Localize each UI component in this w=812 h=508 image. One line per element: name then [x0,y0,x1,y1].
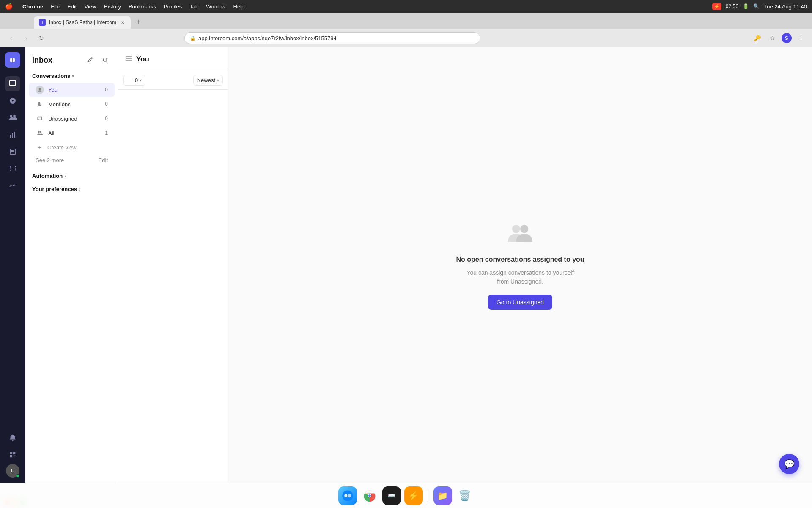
empty-state-people-icon [507,220,534,247]
menu-chrome[interactable]: Chrome [22,3,43,10]
go-to-unassigned-btn[interactable]: Go to Unassigned [488,295,552,310]
edit-text[interactable]: Edit [99,157,108,163]
intercom-chat-bubble[interactable]: 💬 [779,454,799,474]
see-more-text[interactable]: See 2 more [36,157,64,163]
svg-point-16 [344,494,347,497]
svg-rect-7 [14,132,15,138]
svg-rect-10 [10,455,12,457]
search-menubar-icon[interactable]: 🔍 [753,3,760,9]
nav-knowledge-icon[interactable] [5,144,20,159]
address-bar[interactable]: 🔒 app.intercom.com/a/apps/nqe7r2fw/inbox… [184,32,480,44]
nav-reports-icon[interactable] [5,127,20,142]
nav-analytics-icon[interactable] [5,178,20,193]
browser-addressbar: ‹ › ↻ 🔒 app.intercom.com/a/apps/nqe7r2fw… [0,29,812,47]
sidebar-item-you-count: 0 [105,87,108,93]
browser-tab-active[interactable]: I Inbox | SaaS Paths | Intercom ✕ [34,16,131,29]
user-avatar-nav[interactable]: U [6,464,19,478]
conv-filter-btn[interactable]: 0 ▾ [123,75,145,86]
dock-bolt[interactable]: ⚡ [404,486,423,505]
sidebar-item-mentions[interactable]: Mentions 0 [29,97,115,111]
filter-count: 0 [135,77,138,83]
battery-bolt-icon: ⚡ [712,3,721,10]
extensions-icon[interactable]: ⋮ [795,32,807,44]
sidebar-item-unassigned[interactable]: Unassigned 0 [29,112,115,125]
dock-files[interactable]: 📁 [433,486,452,505]
conv-list-menu-icon [125,55,132,63]
sidebar-item-all[interactable]: All 1 [29,126,115,140]
preferences-label: Your preferences [32,186,77,192]
conv-sort-btn[interactable]: Newest ▾ [193,75,223,86]
conv-list-toolbar: 0 ▾ Newest ▾ [118,71,228,90]
tab-close-btn[interactable]: ✕ [120,19,126,25]
key-icon[interactable]: 🔑 [751,32,763,44]
refresh-btn[interactable]: ↻ [36,32,47,44]
svg-point-13 [512,225,520,233]
nav-outbound-icon[interactable] [5,93,20,108]
icon-nav-bottom: U [5,430,20,478]
compose-icon-btn[interactable] [84,54,96,66]
menu-bookmarks[interactable]: Bookmarks [129,3,156,10]
automation-label: Automation [32,173,63,179]
all-people-icon [36,129,44,137]
chevron-down-icon: ▾ [72,74,74,78]
conversations-section-label[interactable]: Conversations ▾ [25,73,118,83]
sort-chevron-icon: ▾ [217,78,219,83]
forward-btn[interactable]: › [20,32,32,44]
svg-point-14 [520,225,528,233]
menu-history[interactable]: History [104,3,121,10]
menu-view[interactable]: View [84,3,96,10]
sidebar-item-all-label: All [48,130,101,136]
preferences-section[interactable]: Your preferences › [25,182,118,196]
mac-topbar: 🍎 Chrome File Edit View History Bookmark… [0,0,812,13]
browser-profile-avatar[interactable]: S [782,33,792,43]
star-icon[interactable]: ☆ [766,32,778,44]
online-indicator [16,474,19,478]
browser-tabs-bar: I Inbox | SaaS Paths | Intercom ✕ + [0,13,812,29]
create-view-btn[interactable]: + Create view [29,141,115,154]
conv-list-header: You [118,47,228,71]
preferences-chevron-icon: › [79,187,80,192]
sidebar-item-mentions-label: Mentions [48,101,101,108]
sort-label: Newest [197,77,215,83]
svg-point-12 [39,88,41,90]
unassigned-inbox-icon [36,114,44,123]
dock-trash[interactable]: 🗑️ [455,486,474,505]
automation-section[interactable]: Automation › [25,169,118,182]
nav-notification-icon[interactable] [5,430,20,445]
search-icon-btn[interactable] [99,54,111,66]
nav-contacts-icon[interactable] [5,110,20,125]
clock: Tue 24 Aug 11:40 [764,3,807,10]
empty-state: No open conversations assigned to you Yo… [456,220,584,310]
svg-point-11 [103,58,107,61]
back-btn[interactable]: ‹ [5,32,17,44]
battery-time: 02:56 [726,3,738,9]
svg-rect-2 [11,58,12,62]
sidebar-item-you[interactable]: You 0 [29,83,115,97]
sidebar-item-unassigned-label: Unassigned [48,116,101,122]
chat-bubble-icon: 💬 [784,459,795,469]
menu-file[interactable]: File [51,3,60,10]
topbar-icons: 🔋 [743,3,749,9]
svg-rect-3 [13,58,14,62]
filter-chevron-icon: ▾ [140,78,142,83]
new-tab-btn[interactable]: + [132,16,144,28]
icon-nav: U [0,47,25,483]
nav-tickets-icon[interactable] [5,161,20,176]
tab-title-text: Inbox | SaaS Paths | Intercom [49,19,116,25]
nav-apps-icon[interactable] [5,447,20,462]
dock-chrome[interactable] [360,486,379,505]
menu-edit[interactable]: Edit [67,3,77,10]
menu-window[interactable]: Window [206,3,225,10]
dock-terminal[interactable]: ⌨️ [382,486,401,505]
menu-profiles[interactable]: Profiles [164,3,182,10]
nav-inbox-icon[interactable] [5,76,20,91]
menu-help[interactable]: Help [233,3,245,10]
dock-finder[interactable] [338,486,357,505]
menu-tab[interactable]: Tab [189,3,198,10]
see-more-row[interactable]: See 2 more Edit [25,155,118,166]
apple-logo-icon: 🍎 [5,3,13,10]
mentions-at-icon [36,100,44,108]
sidebar-item-all-count: 1 [105,130,108,136]
app-container: U Inbox [0,47,812,483]
macos-dock: ⌨️ ⚡ 📁 🗑️ [0,483,812,508]
